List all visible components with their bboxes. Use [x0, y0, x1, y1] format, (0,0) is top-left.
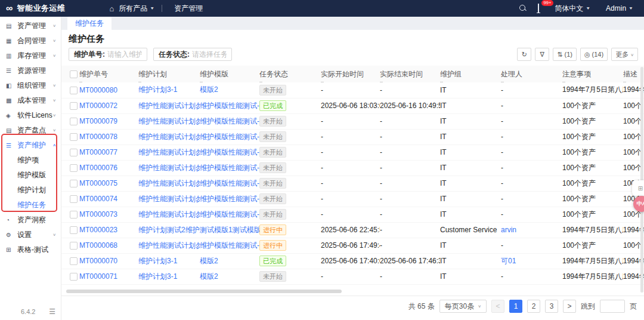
- row-checkbox[interactable]: [70, 257, 78, 265]
- maintenance-template-link[interactable]: 维护模版性能测试-勿动: [200, 101, 259, 110]
- row-checkbox[interactable]: [70, 149, 78, 156]
- order-number-link[interactable]: MT0000079: [79, 117, 117, 125]
- order-number-link[interactable]: MT0000070: [79, 257, 117, 265]
- order-number-input[interactable]: [107, 50, 142, 59]
- column-header[interactable]: 维护模版: [200, 66, 259, 82]
- jump-page-input[interactable]: [600, 300, 625, 313]
- all-products-menu[interactable]: 所有产品 ▼: [119, 4, 154, 14]
- collapse-sidebar-icon[interactable]: ☰: [49, 307, 55, 316]
- order-number-link[interactable]: MT0000074: [79, 195, 117, 203]
- maintenance-plan-link[interactable]: 维护计划3-1: [138, 85, 177, 94]
- row-checkbox[interactable]: [70, 180, 78, 187]
- maintenance-plan-link[interactable]: 维护性能测试计划勿动: [138, 117, 200, 125]
- sidebar-item-software-license[interactable]: ◈软件License...∨: [0, 108, 61, 123]
- row-checkbox[interactable]: [70, 273, 78, 281]
- sidebar-item-maintenance-task[interactable]: 维护任务: [0, 198, 61, 213]
- breadcrumb[interactable]: 资产管理: [174, 4, 203, 14]
- maintenance-template-link[interactable]: 维护模版性能测试-勿动: [200, 179, 259, 187]
- maintenance-plan-link[interactable]: 维护计划3-1: [138, 257, 177, 265]
- refresh-button[interactable]: ↻: [517, 48, 531, 61]
- row-checkbox[interactable]: [70, 226, 78, 234]
- order-number-link[interactable]: MT0000073: [79, 210, 117, 219]
- columns-button[interactable]: ◎(14): [580, 48, 608, 61]
- maintenance-plan-link[interactable]: 维护性能测试计划勿动: [138, 195, 200, 203]
- column-header[interactable]: 维护计划: [138, 66, 200, 82]
- column-header[interactable]: 注意事项: [562, 66, 623, 82]
- sidebar-item-asset-count[interactable]: ▤资产盘点∨: [0, 123, 61, 138]
- maintenance-plan-link[interactable]: 维护性能测试计划勿动: [138, 133, 200, 141]
- horizontal-scrollbar[interactable]: [66, 290, 342, 293]
- order-number-link[interactable]: MT0000077: [79, 148, 117, 156]
- sidebar-item-table-test[interactable]: ⊞表格-测试: [0, 242, 61, 257]
- sidebar-item-contract-mgmt[interactable]: ▦合同管理∨: [0, 33, 61, 48]
- row-checkbox[interactable]: [70, 118, 78, 125]
- vertical-scrollbar[interactable]: [640, 67, 643, 293]
- filter-button[interactable]: ∇: [535, 48, 549, 61]
- maintenance-plan-link[interactable]: 维护性能测试计划勿动: [138, 210, 200, 219]
- maintenance-template-link[interactable]: 模版2: [200, 257, 218, 265]
- sidebar-item-maintenance-plan[interactable]: 维护计划: [0, 183, 61, 198]
- handler-link[interactable]: 可01: [501, 257, 516, 265]
- row-checkbox[interactable]: [70, 133, 78, 141]
- sidebar-item-org-mgmt[interactable]: ◧组织管理∨: [0, 78, 61, 93]
- page-button-2[interactable]: 2: [527, 300, 540, 313]
- row-checkbox[interactable]: [70, 164, 78, 172]
- row-checkbox[interactable]: [70, 102, 78, 110]
- maintenance-template-link[interactable]: 模版2: [200, 85, 218, 94]
- task-status-filter[interactable]: 任务状态:: [153, 48, 232, 61]
- sidebar-item-asset-mgmt[interactable]: ▤资产管理∨: [0, 19, 61, 33]
- column-header[interactable]: 实际开始时间: [321, 66, 380, 82]
- language-selector[interactable]: 简体中文 ▼: [555, 4, 590, 14]
- maintenance-template-link[interactable]: 维护模版性能测试-勿动: [200, 241, 259, 250]
- screenshot-extension-button[interactable]: ⊞: [632, 180, 644, 196]
- search-icon[interactable]: [519, 5, 527, 13]
- user-menu[interactable]: Admin ▼: [606, 4, 633, 13]
- maintenance-template-link[interactable]: 测试模版1测试模版1测...: [200, 226, 259, 234]
- maintenance-plan-link[interactable]: 维护性能测试计划勿动: [138, 164, 200, 172]
- home-icon[interactable]: ⌂: [109, 4, 114, 13]
- maintenance-template-link[interactable]: 维护模版性能测试-勿动: [200, 117, 259, 125]
- maintenance-template-link[interactable]: 模版2: [200, 272, 218, 281]
- maintenance-template-link[interactable]: 维护模版性能测试-勿动: [200, 148, 259, 156]
- sidebar-item-maintenance-template[interactable]: 维护模版: [0, 168, 61, 183]
- order-number-link[interactable]: MT0000072: [79, 101, 117, 110]
- maintenance-template-link[interactable]: 维护模版性能测试-勿动: [200, 164, 259, 172]
- row-checkbox[interactable]: [70, 195, 78, 203]
- order-number-link[interactable]: MT0000068: [79, 241, 117, 250]
- order-number-link[interactable]: MT0000076: [79, 164, 117, 172]
- notifications-button[interactable]: 99+: [538, 4, 539, 13]
- order-number-link[interactable]: MT0000075: [79, 179, 117, 187]
- maintenance-template-link[interactable]: 维护模版性能测试-勿动: [200, 210, 259, 219]
- maintenance-plan-link[interactable]: 维护性能测试计划勿动: [138, 179, 200, 187]
- row-checkbox[interactable]: [70, 87, 78, 94]
- column-header[interactable]: 维护单号: [79, 66, 138, 82]
- column-header[interactable]: 处理人: [501, 66, 562, 82]
- column-header[interactable]: 实际结束时间: [380, 66, 440, 82]
- order-number-link[interactable]: MT0000078: [79, 133, 117, 141]
- tab-maintenance-task[interactable]: 维护任务: [67, 17, 112, 30]
- page-size-select[interactable]: 每页30条 ∨: [439, 300, 487, 313]
- sidebar-item-asset-maintenance[interactable]: ☰资产维护∧: [0, 138, 61, 153]
- order-number-link[interactable]: MT0000023: [79, 226, 117, 234]
- more-button[interactable]: 更多∨: [611, 48, 638, 61]
- column-header[interactable]: 维护组: [440, 66, 501, 82]
- sidebar-item-inventory-mgmt[interactable]: ▥库存管理∨: [0, 48, 61, 63]
- page-button-1[interactable]: 1: [509, 300, 522, 313]
- order-number-filter[interactable]: 维护单号:: [69, 48, 147, 61]
- next-page-button[interactable]: >: [563, 300, 576, 313]
- order-number-link[interactable]: MT0000071: [79, 272, 117, 281]
- maintenance-plan-link[interactable]: 维护性能测试计划勿动: [138, 101, 200, 110]
- page-button-3[interactable]: 3: [545, 300, 558, 313]
- task-status-input[interactable]: [192, 50, 227, 59]
- prev-page-button[interactable]: <: [491, 300, 504, 313]
- column-header[interactable]: 任务状态: [259, 66, 321, 82]
- maintenance-plan-link[interactable]: 维护计划测试2维护计...: [138, 226, 200, 234]
- maintenance-plan-link[interactable]: 维护性能测试计划勿动: [138, 148, 200, 156]
- maintenance-template-link[interactable]: 维护模版性能测试-勿动: [200, 133, 259, 141]
- sidebar-item-settings[interactable]: ⚙设置∨: [0, 227, 61, 242]
- row-checkbox[interactable]: [70, 242, 78, 250]
- select-all-checkbox[interactable]: [70, 70, 78, 78]
- sidebar-item-maintenance-item[interactable]: 维护项: [0, 153, 61, 168]
- row-checkbox[interactable]: [70, 211, 78, 219]
- maintenance-template-link[interactable]: 维护模版性能测试-勿动: [200, 195, 259, 203]
